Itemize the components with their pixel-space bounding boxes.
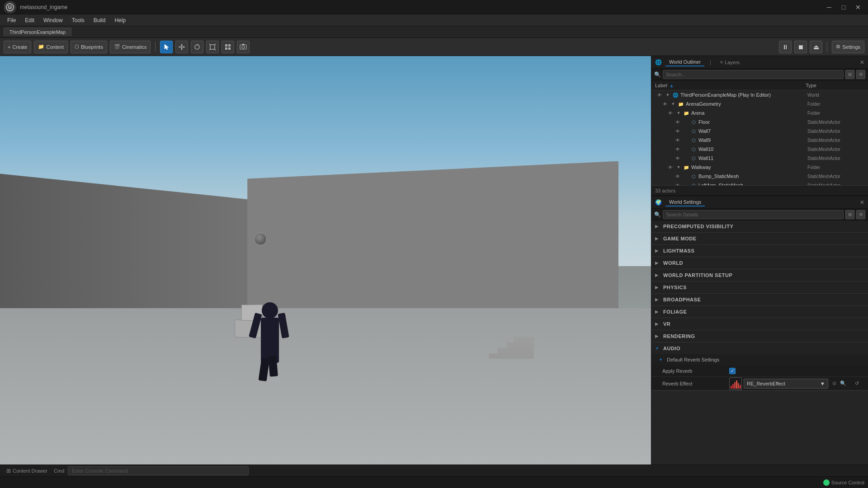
snap-tool-button[interactable] (222, 41, 234, 53)
section-header-worldpartition[interactable]: ▶ WORLD PARTITION SETUP (651, 269, 868, 281)
visibility-icon-floor: 👁 (675, 119, 680, 125)
tree-item-wall9[interactable]: 👁 ▶ ⬡ Wall9 StaticMeshActor (651, 136, 868, 145)
player-character (247, 263, 292, 363)
transform-tool-button[interactable] (175, 41, 188, 53)
section-header-rendering[interactable]: ▶ RENDERING (651, 330, 868, 342)
outliner-search-input[interactable] (663, 70, 844, 79)
reverb-reset-btn[interactable]: ↺ (853, 380, 861, 388)
source-control-status[interactable]: Source Control (823, 479, 864, 486)
default-reverb-subsection[interactable]: ▼ Default Reverb Settings (651, 354, 868, 365)
section-header-foliage[interactable]: ▶ FOLIAGE (651, 306, 868, 318)
expand-walkway[interactable]: ▼ (676, 164, 681, 170)
outliner-tree[interactable]: 👁 ▼ 🌐 ThirdPersonExampleMap (Play In Edi… (651, 90, 868, 185)
section-header-gamemode[interactable]: ▶ GAME MODE (651, 233, 868, 244)
svg-marker-5 (183, 46, 185, 48)
minimize-button[interactable]: ─ (823, 2, 835, 12)
maximize-button[interactable]: □ (837, 2, 850, 12)
viewport[interactable] (0, 56, 651, 476)
tree-item-floor[interactable]: 👁 ▶ ⬡ Floor StaticMeshActor (651, 117, 868, 127)
menu-tools[interactable]: Tools (68, 16, 88, 24)
expand-arena[interactable]: ▼ (670, 101, 676, 107)
reverb-actions: ⊙ 🔍 (830, 380, 847, 388)
settings-gear-btn[interactable]: ⚙ (856, 210, 865, 219)
camera-tool-button[interactable] (237, 41, 250, 53)
svg-marker-2 (181, 44, 183, 46)
expand-world[interactable]: ▼ (665, 92, 670, 98)
console-input[interactable] (68, 466, 249, 475)
char-head (262, 302, 278, 319)
scale-tool-button[interactable] (206, 41, 219, 53)
settings-button[interactable]: ⚙ Settings (832, 41, 864, 53)
world-settings-tab[interactable]: World Settings (665, 198, 705, 206)
section-audio: ▼ AUDIO ▼ Default Reverb Settings Apply … (651, 343, 868, 391)
settings-view-btn[interactable]: ⊞ (845, 210, 854, 219)
world-icon: 🌐 (672, 92, 679, 98)
blueprints-button[interactable]: ⬡ Blueprints (71, 41, 107, 53)
world-outliner-tab[interactable]: World Outliner (665, 58, 704, 66)
tree-item-bump[interactable]: 👁 ▶ ⬡ Bump_StaticMesh StaticMeshActor (651, 172, 868, 181)
section-header-broadphase[interactable]: ▶ BROADPHASE (651, 294, 868, 305)
tree-item-world[interactable]: 👁 ▼ 🌐 ThirdPersonExampleMap (Play In Edi… (651, 90, 868, 99)
section-header-vr[interactable]: ▶ VR (651, 318, 868, 330)
console-bar: ⊞ Content Drawer Cmd (0, 465, 868, 476)
layers-tab[interactable]: ≡ Layers (717, 59, 743, 66)
section-vr: ▶ VR (651, 318, 868, 330)
section-header-audio[interactable]: ▼ AUDIO (651, 343, 868, 354)
reverb-search-btn[interactable]: 🔍 (839, 380, 847, 388)
reverb-effect-row: Reverb Effect (651, 377, 868, 390)
menu-window[interactable]: Window (40, 16, 66, 24)
cinematics-button[interactable]: 🎬 Cinematics (110, 41, 151, 53)
svg-rect-11 (228, 47, 231, 50)
section-header-lightmass[interactable]: ▶ LIGHTMASS (651, 245, 868, 257)
section-header-physics[interactable]: ▶ PHYSICS (651, 282, 868, 293)
world-settings-search-bar: 🔍 ⊞ ⚙ (651, 209, 868, 221)
rotate-tool-button[interactable] (191, 41, 203, 53)
tree-item-leftarm[interactable]: 👁 ▶ ⬡ LeftArm_StaticMesh StaticMeshActor (651, 181, 868, 185)
svg-rect-21 (740, 385, 741, 389)
outliner-close[interactable]: ✕ (860, 59, 864, 66)
physics-expand-icon: ▶ (655, 285, 660, 290)
outliner-view-btn[interactable]: ⊞ (845, 70, 854, 79)
mesh-icon-floor: ⬡ (690, 119, 697, 125)
tree-item-walkway[interactable]: 👁 ▼ 📁 Walkway Folder (651, 163, 868, 172)
tree-item-arenageom[interactable]: 👁 ▼ 📁 ArenaGeometry Folder (651, 99, 868, 108)
tree-item-wall11[interactable]: 👁 ▶ ⬡ Wall11 StaticMeshActor (651, 154, 868, 163)
visibility-icon-wall11: 👁 (675, 155, 680, 161)
outliner-settings-btn[interactable]: ⚙ (856, 70, 865, 79)
map-tab[interactable]: ThirdPersonExampleMap (4, 28, 71, 36)
eject-button[interactable]: ⏏ (810, 41, 822, 53)
gamemode-expand-icon: ▶ (655, 236, 660, 241)
pause-button[interactable]: ⏸ (779, 41, 792, 53)
menu-file[interactable]: File (4, 16, 19, 24)
create-button[interactable]: + Create (4, 41, 31, 53)
world-settings-close[interactable]: ✕ (860, 199, 864, 206)
reverb-effect-dropdown[interactable]: RE_ReverbEffect ▼ (744, 379, 828, 389)
settings-icon: ⚙ (836, 44, 840, 50)
world-settings-search-input[interactable] (663, 210, 844, 219)
tree-item-arena[interactable]: 👁 ▼ 📁 Arena Folder (651, 108, 868, 117)
vr-expand-icon: ▶ (655, 322, 660, 326)
content-button[interactable]: 📁 Content (34, 41, 68, 53)
visibility-icon-wall10: 👁 (675, 146, 680, 152)
menu-edit[interactable]: Edit (21, 16, 38, 24)
expand-arena2[interactable]: ▼ (676, 110, 681, 116)
menu-build[interactable]: Build (90, 16, 109, 24)
reverb-navigate-btn[interactable]: ⊙ (830, 380, 838, 388)
section-header-world[interactable]: ▶ WORLD (651, 257, 868, 269)
select-tool-button[interactable] (160, 41, 173, 53)
mesh-icon-bump: ⬡ (690, 173, 697, 179)
section-header-precomputed[interactable]: ▶ PRECOMPUTED VISIBILITY (651, 221, 868, 232)
close-button[interactable]: ✕ (852, 2, 864, 12)
svg-rect-18 (734, 382, 736, 389)
tree-item-wall7[interactable]: 👁 ▶ ⬡ Wall7 StaticMeshActor (651, 127, 868, 136)
tree-item-wall10[interactable]: 👁 ▶ ⬡ Wall10 StaticMeshActor (651, 145, 868, 154)
menu-help[interactable]: Help (111, 16, 129, 24)
stop-button[interactable]: ⏹ (794, 41, 807, 53)
content-drawer-btn[interactable]: ⊞ Content Drawer (4, 468, 50, 474)
sort-icon: ▲ (669, 83, 674, 88)
section-lightmass: ▶ LIGHTMASS (651, 245, 868, 257)
apply-reverb-checkbox[interactable]: ✓ (729, 368, 736, 374)
svg-text:U: U (8, 5, 12, 10)
svg-rect-17 (732, 384, 734, 389)
grid-icon: ⊞ (6, 468, 11, 474)
